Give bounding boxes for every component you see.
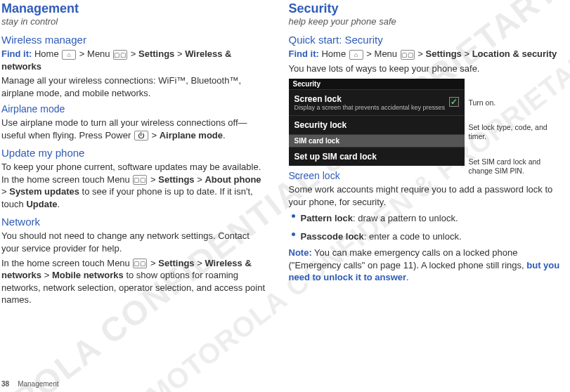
text: > <box>41 270 52 280</box>
heading-network: Network <box>1 216 269 228</box>
heading-quick-start-security: Quick start: Security <box>289 34 564 46</box>
power-icon: ⏻ <box>134 131 148 141</box>
security-desc: You have lots of ways to keep your phone… <box>289 63 564 75</box>
screenshot-item-sub: Display a screen that prevents accidenta… <box>294 104 459 111</box>
bullet-pattern-lock: Pattern lock: draw a pattern to unlock. <box>289 210 564 227</box>
heading-airplane-mode: Airplane mode <box>1 103 269 115</box>
text: > <box>148 258 158 268</box>
text: > <box>415 48 426 59</box>
about-phone-label: About phone <box>205 174 261 185</box>
text: . <box>223 130 226 141</box>
findit-security: Find it: Home ⌂ > Menu ▢▢ > Settings > L… <box>289 48 564 60</box>
screenshot-item-security-lock: Security lock <box>289 115 465 134</box>
airplane-desc: Use airplane mode to turn all your wirel… <box>1 117 269 141</box>
screenshot-item-screen-lock: Screen lock Display a screen that preven… <box>289 89 465 115</box>
note-label: Note: <box>289 247 312 258</box>
menu-icon: ▢▢ <box>113 50 127 60</box>
bullet-text: Pattern lock: draw a pattern to unlock. <box>301 212 458 225</box>
bullet-icon <box>292 214 295 218</box>
text: : enter a code to unlock. <box>364 231 462 242</box>
text: : draw a pattern to unlock. <box>353 213 458 223</box>
network-desc1: You should not need to change any networ… <box>1 230 269 254</box>
findit-wireless: Find it: Home ⌂ > Menu ▢▢ > Settings > W… <box>1 48 269 72</box>
pattern-lock-label: Pattern lock <box>301 213 353 223</box>
location-security-label: Location & security <box>472 48 557 59</box>
screenshot-item-sim-lock: Set up SIM card lock <box>289 147 465 166</box>
menu-icon: ▢▢ <box>133 175 147 185</box>
bullet-text: Passcode lock: enter a code to unlock. <box>301 230 462 243</box>
text: . <box>57 199 60 209</box>
network-desc2: In the home screen touch Menu ▢▢ > Setti… <box>1 257 269 306</box>
menu-icon: ▢▢ <box>401 50 415 60</box>
heading-wireless-manager: Wireless manager <box>1 34 269 46</box>
screen-lock-desc: Some work accounts might require you to … <box>289 183 564 208</box>
findit-label: Find it: <box>289 48 319 59</box>
path-text: > Menu <box>77 48 112 59</box>
settings-label: Settings <box>426 48 462 59</box>
heading-security: Security <box>289 1 564 16</box>
text: In the home screen touch Menu <box>1 258 132 268</box>
text: Home <box>319 48 349 59</box>
wireless-desc: Manage all your wireless connections: Wi… <box>1 74 269 99</box>
text: > <box>149 130 160 141</box>
path-text: > <box>174 48 185 59</box>
text: > <box>1 186 9 197</box>
home-icon: ⌂ <box>349 50 363 60</box>
note-paragraph: Note: You can make emergency calls on a … <box>289 247 564 284</box>
heading-update-phone: Update my phone <box>1 147 269 159</box>
findit-label: Find it: <box>1 48 32 59</box>
screenshot-item-title: Set up SIM card lock <box>294 152 459 162</box>
path-text: > <box>128 48 138 59</box>
screenshot-item-title: Screen lock <box>294 94 459 104</box>
bullet-icon <box>292 233 295 236</box>
path-text: Home <box>32 48 61 59</box>
settings-label: Settings <box>158 258 194 268</box>
text: > <box>462 48 472 59</box>
screenshot-item-title: Security lock <box>294 120 459 130</box>
airplane-mode-label: Airplane mode <box>160 130 223 141</box>
text: . <box>406 272 409 282</box>
text: > Menu <box>364 48 400 59</box>
menu-icon: ▢▢ <box>133 259 147 268</box>
bullet-passcode-lock: Passcode lock: enter a code to unlock. <box>289 228 564 245</box>
update-button-label: Update <box>26 199 57 209</box>
annotation-set-lock: Set lock type, code, and timer. <box>469 123 560 141</box>
text: You can make emergency calls on a locked… <box>289 247 527 270</box>
subtitle-management: stay in control <box>1 16 269 27</box>
subtitle-security: help keep your phone safe <box>289 16 564 27</box>
system-updates-label: System updates <box>9 186 79 197</box>
text: > <box>195 258 205 268</box>
update-desc: To keep your phone current, software upd… <box>1 161 269 210</box>
settings-label: Settings <box>138 48 174 59</box>
passcode-lock-label: Passcode lock <box>301 231 364 242</box>
home-icon: ⌂ <box>62 50 76 60</box>
text: > <box>148 174 158 185</box>
screenshot-titlebar: Security <box>289 79 465 89</box>
text: > <box>195 174 205 185</box>
annotation-turn-on: Turn on. <box>469 98 560 107</box>
screenshot-section-header: SIM card lock <box>289 134 465 147</box>
settings-label: Settings <box>158 174 194 185</box>
mobile-networks-label: Mobile networks <box>52 270 124 280</box>
checkbox-icon: ✓ <box>449 97 459 107</box>
phone-screenshot: Security Screen lock Display a screen th… <box>289 79 465 166</box>
heading-management: Management <box>1 1 269 16</box>
annotation-sim-lock: Set SIM card lock and change SIM PIN. <box>469 157 560 175</box>
